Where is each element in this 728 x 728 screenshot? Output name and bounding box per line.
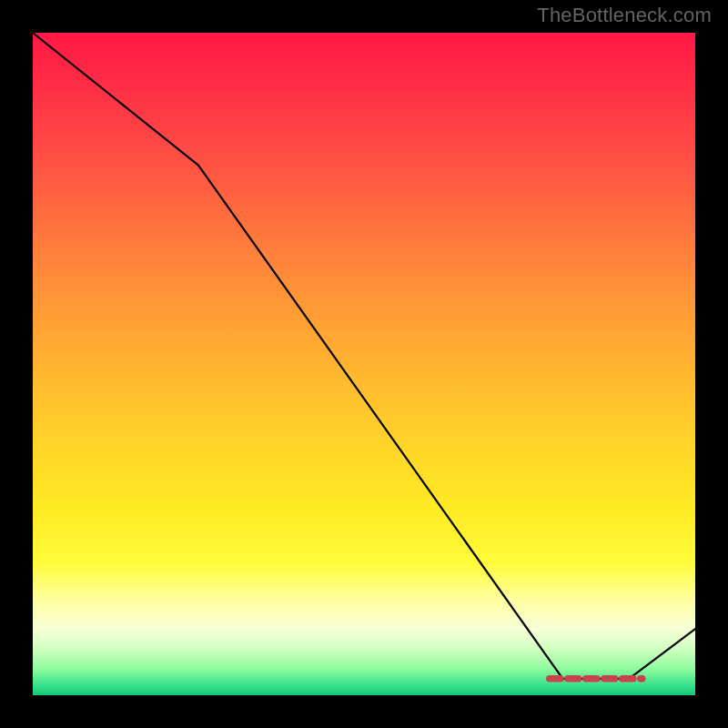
watermark-text: TheBottleneck.com: [537, 4, 712, 27]
plot-area: [33, 33, 695, 695]
chart-overlay: [33, 33, 695, 695]
chart-frame: TheBottleneck.com: [0, 0, 728, 728]
bottleneck-curve-line: [33, 33, 695, 679]
